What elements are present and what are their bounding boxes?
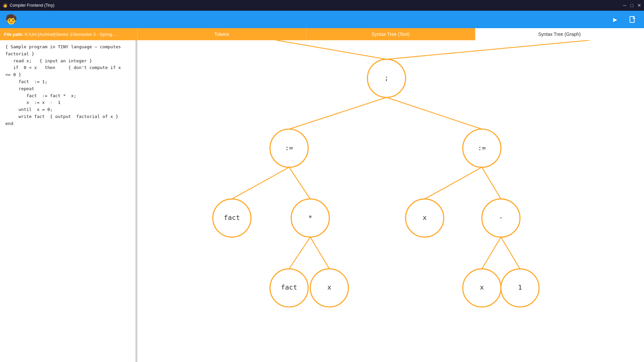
resize-handle[interactable] [136,40,137,362]
svg-rect-0 [630,16,634,22]
offscreen-edge-right [386,40,590,59]
svg-text:1: 1 [518,283,522,291]
svg-text::=: := [478,144,486,152]
run-button[interactable]: ▶ [609,13,621,25]
svg-text:x: x [480,283,484,291]
new-file-button[interactable] [627,13,639,25]
syntax-tree-graph-panel: ; := := fact * [138,40,644,362]
svg-text:x: x [423,214,427,222]
edge-right-assign-minus [482,167,501,199]
filepath-tab: File path: K:\Uni [Archive]\Senior 1\Sem… [0,28,138,40]
svg-text:*: * [308,214,312,222]
new-file-icon [629,16,636,23]
code-content: { Sample program in TINY language – comp… [5,44,131,127]
appbar-actions: ▶ [609,13,639,25]
edge-left-assign-mul [289,167,310,199]
node-fact-leaf2: fact [270,269,308,307]
node-one-leaf: 1 [501,269,539,307]
syntax-tree-svg: ; := := fact * [138,40,644,362]
edge-mul-fact2 [289,237,310,269]
svg-text:-: - [499,214,503,222]
node-x-leaf1: x [406,199,444,237]
svg-text:fact: fact [281,283,298,291]
tab-tokens[interactable]: Tokens [138,28,306,40]
edge-right-assign-x1 [425,167,482,199]
edge-mul-x2 [310,237,329,269]
edge-root-left-assign [289,98,387,129]
titlebar-left: 🧑 Compiler Frontend (Tiny) [3,3,54,8]
code-editor-panel: { Sample program in TINY language – comp… [0,40,138,362]
titlebar: 🧑 Compiler Frontend (Tiny) ─ □ ✕ [0,0,644,11]
edge-minus-x3 [482,237,501,269]
node-minus: - [482,199,520,237]
node-fact-leaf1: fact [213,199,251,237]
filepath-label: File path: [4,32,23,37]
filepath-value: K:\Uni [Archive]\Senior 1\Semester 2 - S… [25,32,117,37]
app-logo-icon: 🧒 [5,14,17,25]
window-title: Compiler Frontend (Tiny) [10,3,54,8]
close-button[interactable]: ✕ [637,3,641,8]
tab-syntax-text[interactable]: Syntax Tree (Text) [306,28,475,40]
minimize-button[interactable]: ─ [623,3,627,8]
svg-text::=: := [285,144,293,152]
node-right-assign: := [463,129,501,167]
edge-root-right-assign [386,98,482,129]
node-mul: * [291,199,329,237]
appbar: 🧒 ▶ [0,11,644,28]
titlebar-controls: ─ □ ✕ [623,3,641,8]
restore-button[interactable]: □ [631,3,633,8]
main-content: { Sample program in TINY language – comp… [0,40,644,362]
tabbar: File path: K:\Uni [Archive]\Senior 1\Sem… [0,28,644,40]
svg-text:;: ; [384,74,388,82]
app-icon: 🧑 [3,3,8,8]
offscreen-edge-left [276,40,386,59]
svg-text:fact: fact [224,214,240,222]
node-root: ; [368,59,406,98]
node-x-leaf3: x [463,269,501,307]
node-x-leaf2: x [310,269,348,307]
edge-minus-1 [501,237,520,269]
tab-syntax-graph[interactable]: Syntax Tree (Graph) [475,28,644,40]
node-left-assign: := [270,129,308,167]
edge-left-assign-fact1 [232,167,289,199]
svg-text:x: x [327,283,331,291]
